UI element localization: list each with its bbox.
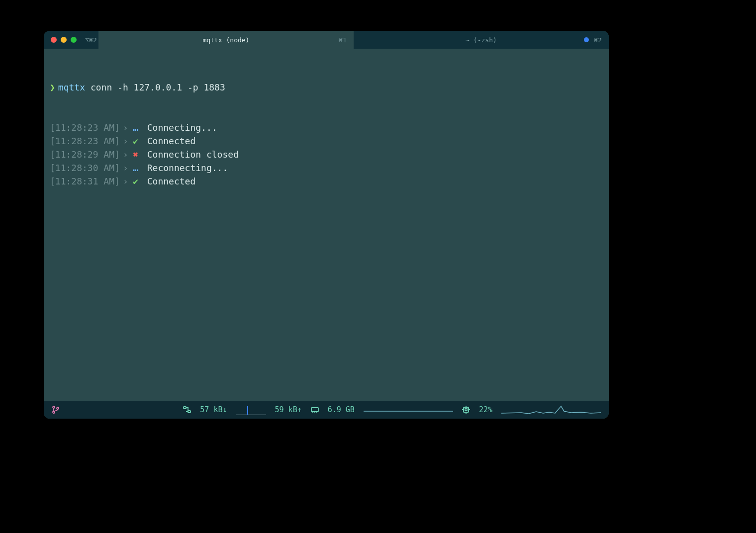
log-timestamp: [11:28:31 AM] bbox=[50, 175, 120, 188]
cpu-value: 22% bbox=[479, 405, 492, 414]
tab-label: mqttx (node) bbox=[203, 36, 250, 44]
terminal-window: ⌥⌘2 mqttx (node) ⌘1 ~ (-zsh) ⌘2 ❯ mqttx … bbox=[44, 31, 609, 419]
log-message: Connection closed bbox=[147, 148, 239, 161]
prompt-caret: ❯ bbox=[50, 81, 55, 94]
svg-point-2 bbox=[57, 407, 59, 409]
log-message: Reconnecting... bbox=[147, 161, 228, 175]
tab-mqttx[interactable]: mqttx (node) ⌘1 bbox=[98, 31, 354, 49]
net-down: 57 kB↓ bbox=[200, 405, 227, 414]
ram-sparkline-icon bbox=[364, 404, 453, 415]
tab-shortcut: ⌘2 bbox=[594, 36, 602, 44]
status-dots-icon: … bbox=[131, 161, 140, 175]
svg-rect-3 bbox=[184, 407, 186, 409]
log-timestamp: [11:28:29 AM] bbox=[50, 148, 120, 161]
command-binary: mqttx bbox=[58, 81, 85, 94]
split-pane-hint-label: ⌥⌘2 bbox=[85, 36, 96, 44]
status-cross-icon: ✖ bbox=[131, 148, 140, 161]
split-pane-hint: ⌥⌘2 bbox=[84, 31, 98, 49]
git-branch-icon bbox=[52, 406, 60, 414]
tab-label: ~ (-zsh) bbox=[466, 36, 497, 44]
log-line: [11:28:31 AM]›✔Connected bbox=[50, 175, 603, 188]
chevron-right-icon: › bbox=[123, 175, 128, 188]
log-line: [11:28:23 AM]›✔Connected bbox=[50, 134, 603, 148]
cpu-sparkline-icon bbox=[501, 404, 601, 415]
status-dots-icon: … bbox=[131, 121, 140, 134]
chevron-right-icon: › bbox=[123, 161, 128, 175]
log-message: Connecting... bbox=[147, 121, 217, 134]
cpu-icon bbox=[462, 406, 470, 414]
chevron-right-icon: › bbox=[123, 134, 128, 148]
log-timestamp: [11:28:30 AM] bbox=[50, 161, 120, 175]
svg-rect-8 bbox=[464, 407, 469, 412]
svg-rect-9 bbox=[465, 409, 467, 411]
log-line: [11:28:29 AM]›✖Connection closed bbox=[50, 148, 603, 161]
network-icon bbox=[183, 406, 191, 414]
ram-value: 6.9 GB bbox=[328, 405, 355, 414]
chevron-right-icon: › bbox=[123, 121, 128, 134]
ram-icon bbox=[311, 406, 319, 414]
log-line: [11:28:30 AM]›…Reconnecting... bbox=[50, 161, 603, 175]
log-timestamp: [11:28:23 AM] bbox=[50, 121, 120, 134]
activity-dot-icon bbox=[584, 37, 589, 42]
status-check-icon: ✔ bbox=[131, 134, 140, 148]
chevron-right-icon: › bbox=[123, 148, 128, 161]
net-sparkline-icon bbox=[236, 404, 266, 415]
log-timestamp: [11:28:23 AM] bbox=[50, 134, 120, 148]
status-bar: 57 kB↓ 59 kB↑ 6.9 GB 22% bbox=[44, 401, 609, 419]
close-window-button[interactable] bbox=[51, 37, 57, 43]
terminal-output[interactable]: ❯ mqttx conn -h 127.0.0.1 -p 1883 [11:28… bbox=[44, 49, 609, 401]
minimize-window-button[interactable] bbox=[61, 37, 67, 43]
prompt-line: ❯ mqttx conn -h 127.0.0.1 -p 1883 bbox=[50, 81, 603, 94]
tab-zsh[interactable]: ~ (-zsh) ⌘2 bbox=[354, 31, 609, 49]
titlebar: ⌥⌘2 mqttx (node) ⌘1 ~ (-zsh) ⌘2 bbox=[44, 31, 609, 49]
log-message: Connected bbox=[147, 134, 196, 148]
log-line: [11:28:23 AM]›…Connecting... bbox=[50, 121, 603, 134]
command-args: conn -h 127.0.0.1 -p 1883 bbox=[91, 81, 225, 94]
net-up: 59 kB↑ bbox=[275, 405, 302, 414]
svg-point-0 bbox=[53, 406, 55, 408]
svg-rect-6 bbox=[247, 406, 248, 415]
status-check-icon: ✔ bbox=[131, 175, 140, 188]
tab-shortcut: ⌘1 bbox=[339, 36, 347, 44]
traffic-lights bbox=[44, 31, 84, 49]
svg-rect-7 bbox=[311, 408, 318, 412]
fullscreen-window-button[interactable] bbox=[71, 37, 77, 43]
log-message: Connected bbox=[147, 175, 196, 188]
